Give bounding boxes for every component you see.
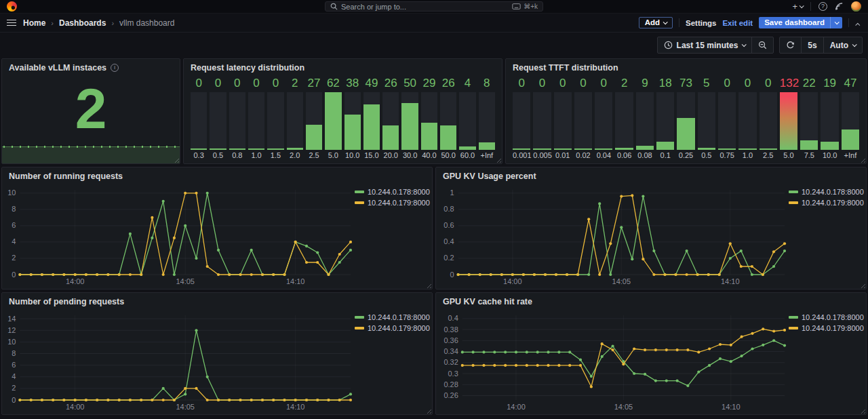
bar-track — [738, 92, 756, 150]
series-point — [129, 273, 132, 276]
bar-value-label: 22 — [800, 76, 818, 92]
bar-gauge-column: 2650.0 — [440, 76, 456, 161]
pending-requests-chart[interactable]: 0246810121414:0014:0514:10 — [5, 309, 355, 413]
search-input[interactable] — [341, 3, 509, 11]
add-button[interactable]: Add — [639, 17, 673, 28]
panel-title[interactable]: Request latency distribution — [184, 59, 502, 74]
menu-toggle-icon[interactable] — [7, 20, 16, 26]
grafana-logo-icon[interactable] — [7, 1, 17, 12]
running-requests-chart[interactable]: 024681014:0014:0514:10 — [5, 184, 355, 287]
new-menu-button[interactable]: + — [792, 2, 803, 11]
series-point — [686, 348, 689, 351]
bar-fill — [382, 125, 399, 150]
panel-title-text: GPU KV Usage percent — [443, 172, 536, 181]
bar-category-label: 5.0 — [325, 150, 341, 161]
divider — [810, 2, 811, 11]
legend-item[interactable]: 10.244.0.179:8000 — [789, 199, 864, 207]
legend-swatch — [355, 191, 364, 193]
chart-legend: 10.244.0.178:800010.244.0.179:8000 — [789, 184, 861, 287]
panel-title[interactable]: Request TTFT distribution — [506, 59, 866, 74]
bar-track — [760, 92, 777, 150]
time-range-picker[interactable]: Last 15 minutes — [658, 37, 752, 53]
bar-category-label: 0.02 — [574, 150, 592, 161]
bar-value-label: 0 — [533, 76, 551, 92]
legend-item[interactable]: 10.244.0.178:8000 — [789, 313, 864, 321]
series-point — [686, 273, 688, 276]
bar-category-label: 5.0 — [780, 150, 797, 161]
y-axis-label: 8 — [12, 349, 16, 357]
breadcrumb-home[interactable]: Home — [23, 18, 45, 28]
panel-running-requests: Number of running requests 024681014:001… — [1, 167, 433, 290]
x-axis-label: 14:00 — [66, 403, 85, 411]
series-point — [566, 273, 568, 276]
bar-fill — [656, 142, 674, 150]
kv-usage-chart[interactable]: 00.20.40.60.8114:0014:0514:10 — [439, 184, 789, 287]
panel-title[interactable]: GPU KV cache hit rate — [436, 293, 866, 308]
exit-edit-button[interactable]: Exit edit — [722, 19, 753, 27]
bar-value-label: 26 — [440, 76, 456, 92]
series-point — [493, 351, 496, 353]
panel-latency-distribution: Request latency distribution 00.300.500.… — [183, 58, 502, 164]
zoom-out-button[interactable] — [751, 37, 773, 53]
breadcrumb-dashboards[interactable]: Dashboards — [59, 18, 106, 28]
bar-category-label: 30.0 — [401, 150, 418, 161]
series-point — [74, 273, 77, 276]
series-point — [751, 347, 753, 350]
collapse-topbar-button[interactable] — [855, 17, 861, 29]
bar-gauge-column: 00.75 — [718, 76, 736, 161]
series-point — [697, 351, 700, 353]
bar-track — [615, 92, 633, 150]
panel-title[interactable]: GPU KV Usage percent — [436, 167, 866, 182]
chevron-down-icon — [663, 20, 668, 24]
bar-category-label: 0.01 — [554, 150, 572, 161]
bar-gauge-column: 272.5 — [306, 76, 322, 161]
legend-item[interactable]: 10.244.0.178:8000 — [789, 188, 864, 196]
help-icon[interactable]: ? — [818, 2, 827, 11]
bar-category-label: 50.0 — [440, 150, 456, 161]
bar-category-label: 0.5 — [698, 150, 715, 161]
x-axis-label: 14:05 — [612, 277, 631, 285]
panel-ttft-distribution: Request TTFT distribution 00.00100.00500… — [505, 58, 867, 164]
bar-track — [382, 92, 399, 150]
series-point — [579, 364, 582, 367]
series-point — [697, 371, 700, 374]
series-point — [568, 351, 571, 353]
series-point — [96, 399, 98, 401]
refresh-button[interactable] — [780, 37, 801, 53]
legend-item[interactable]: 10.244.0.179:8000 — [355, 324, 430, 332]
bar-fill — [306, 125, 322, 150]
series-point — [472, 364, 475, 367]
series-point — [609, 242, 612, 245]
cache-hit-rate-chart[interactable]: 0.260.280.30.320.340.360.380.414:0014:05… — [439, 309, 789, 413]
panel-title[interactable]: Number of pending requests — [2, 293, 432, 308]
bar-value-label: 5 — [698, 76, 715, 92]
legend-item[interactable]: 10.244.0.178:8000 — [355, 313, 430, 321]
legend-item[interactable]: 10.244.0.179:8000 — [789, 324, 864, 332]
panel-title-text: Number of pending requests — [9, 297, 124, 306]
bar-category-label: 2.0 — [287, 150, 303, 161]
search-bar[interactable]: ⌘+k — [325, 1, 543, 12]
panel-title[interactable]: Number of running requests — [2, 167, 432, 182]
series-point — [461, 351, 464, 353]
series-point — [316, 399, 319, 401]
legend-item[interactable]: 10.244.0.178:8000 — [355, 188, 430, 196]
bar-track — [842, 92, 859, 150]
bar-category-label: 2.5 — [306, 150, 322, 161]
user-avatar[interactable] — [851, 1, 861, 12]
bar-category-label: 10.0 — [821, 150, 838, 161]
bar-track — [344, 92, 361, 150]
legend-label: 10.244.0.179:8000 — [368, 199, 430, 207]
legend-item[interactable]: 10.244.0.179:8000 — [355, 199, 430, 207]
settings-button[interactable]: Settings — [686, 19, 716, 27]
legend-label: 10.244.0.178:8000 — [368, 188, 430, 196]
series-point — [461, 364, 464, 367]
series-point — [85, 399, 87, 401]
series-point — [696, 273, 699, 276]
news-feed-icon[interactable] — [835, 2, 844, 11]
x-axis-label: 14:05 — [176, 277, 195, 285]
refresh-interval-label[interactable]: 5s — [801, 37, 823, 53]
save-options-button[interactable] — [830, 17, 842, 28]
refresh-mode-picker[interactable]: Auto — [823, 37, 862, 53]
series-point — [195, 329, 197, 332]
save-dashboard-button[interactable]: Save dashboard — [759, 17, 842, 28]
